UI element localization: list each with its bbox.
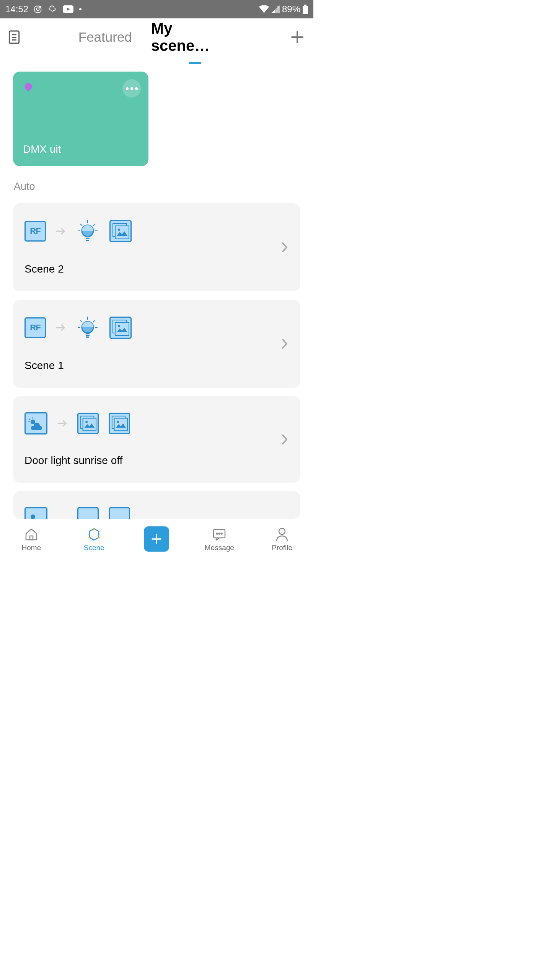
- youtube-icon: [63, 5, 73, 13]
- profile-icon: [275, 526, 289, 543]
- arrow-right-icon: [57, 419, 67, 428]
- scene-icon-row: [24, 507, 130, 519]
- featured-scene-card[interactable]: DMX uit: [13, 72, 148, 166]
- svg-rect-45: [115, 322, 129, 335]
- chevron-right-icon: [281, 434, 288, 445]
- instagram-icon: [34, 5, 42, 13]
- svg-rect-59: [30, 536, 33, 540]
- svg-line-40: [80, 320, 82, 322]
- svg-rect-7: [303, 6, 308, 14]
- chevron-right-icon: [281, 338, 288, 350]
- chevron-right-icon: [281, 242, 288, 253]
- svg-rect-53: [83, 418, 96, 431]
- rabbit-icon: [47, 4, 57, 14]
- svg-rect-15: [27, 90, 29, 91]
- auto-scene-card[interactable]: RF Scene 1: [13, 300, 300, 388]
- svg-point-33: [118, 229, 120, 231]
- rf-trigger-icon: RF: [24, 221, 46, 242]
- nav-label: Scene: [84, 544, 104, 552]
- svg-point-46: [118, 325, 120, 327]
- svg-rect-37: [86, 335, 90, 336]
- nav-label: Message: [205, 544, 234, 552]
- wifi-icon: [259, 5, 269, 13]
- status-left: 14:52: [5, 4, 82, 15]
- weather-trigger-icon: [24, 412, 47, 434]
- svg-point-2: [39, 7, 40, 7]
- battery-percent: 89%: [282, 4, 300, 15]
- battery-icon: [303, 5, 308, 14]
- auto-scene-card[interactable]: RF Scene 2: [13, 203, 300, 291]
- svg-line-17: [24, 83, 25, 84]
- arrow-right-icon: [56, 323, 66, 332]
- image-action-icon: [109, 413, 130, 434]
- nav-scene[interactable]: Scene: [63, 526, 126, 552]
- bulb-action-icon: [76, 316, 99, 340]
- more-icon[interactable]: [122, 79, 141, 98]
- arrow-right-icon: [56, 227, 66, 235]
- svg-rect-25: [86, 240, 89, 241]
- image-action-icon: [109, 220, 132, 242]
- scene-icon-row: [24, 412, 130, 434]
- svg-point-1: [36, 8, 39, 10]
- tab-my-scenes[interactable]: My scene…: [151, 20, 235, 54]
- svg-point-69: [279, 528, 285, 534]
- section-auto-heading: Auto: [14, 181, 300, 193]
- plus-icon: [144, 526, 169, 552]
- nav-label: Profile: [272, 544, 292, 552]
- status-bar: 14:52 X 89%: [0, 0, 313, 18]
- header-tabs: Featured My scene…: [78, 20, 235, 54]
- image-action-icon: [109, 317, 132, 339]
- svg-rect-23: [86, 236, 90, 237]
- scene-name: Door light sunrise off: [24, 454, 130, 467]
- svg-rect-36: [86, 332, 90, 334]
- svg-rect-6: [304, 5, 306, 6]
- svg-point-58: [31, 514, 35, 519]
- svg-rect-24: [86, 238, 90, 239]
- scene-name: Scene 2: [24, 263, 132, 275]
- dot-icon: [79, 8, 82, 11]
- scene-name: Scene 1: [24, 359, 132, 372]
- svg-point-61: [98, 536, 99, 538]
- bulb-icon: [23, 81, 139, 94]
- add-icon[interactable]: [290, 29, 305, 45]
- home-icon: [24, 526, 39, 543]
- nav-label: Home: [22, 544, 41, 552]
- svg-point-60: [93, 528, 95, 529]
- scene-icon-row: RF: [24, 316, 132, 340]
- svg-point-14: [25, 83, 32, 90]
- image-action-icon: [77, 507, 99, 519]
- status-right: X 89%: [259, 4, 308, 15]
- auto-scene-card[interactable]: [13, 491, 300, 519]
- svg-line-41: [93, 320, 95, 322]
- svg-line-28: [93, 224, 95, 226]
- nav-add[interactable]: [126, 526, 188, 552]
- svg-line-27: [80, 224, 82, 226]
- svg-point-68: [221, 533, 222, 534]
- bulb-action-icon: [76, 219, 99, 243]
- image-action-icon: [77, 413, 99, 434]
- svg-rect-32: [115, 226, 129, 239]
- svg-rect-38: [86, 336, 89, 338]
- svg-rect-56: [114, 418, 128, 431]
- menu-icon[interactable]: [8, 30, 20, 44]
- status-time: 14:52: [5, 4, 28, 15]
- bottom-nav: Home Scene Message Profile: [0, 520, 313, 557]
- signal-icon: X: [271, 5, 280, 13]
- scene-card-title: DMX uit: [23, 143, 139, 155]
- tab-featured[interactable]: Featured: [78, 29, 132, 45]
- svg-line-18: [31, 83, 33, 84]
- svg-point-54: [85, 421, 88, 423]
- nav-message[interactable]: Message: [188, 526, 251, 552]
- svg-point-4: [79, 8, 82, 10]
- weather-trigger-icon: [24, 507, 47, 519]
- nav-home[interactable]: Home: [0, 526, 63, 552]
- app-header: Featured My scene…: [0, 18, 313, 56]
- message-icon: [212, 526, 227, 543]
- auto-scene-card[interactable]: Door light sunrise off: [13, 396, 300, 483]
- scene-icon-row: RF: [24, 219, 132, 243]
- svg-point-47: [31, 420, 35, 424]
- svg-line-49: [29, 419, 30, 420]
- nav-profile[interactable]: Profile: [251, 526, 313, 552]
- content-scroll[interactable]: DMX uit Auto RF Scene 2 RF: [0, 56, 313, 520]
- rf-trigger-icon: RF: [24, 317, 46, 338]
